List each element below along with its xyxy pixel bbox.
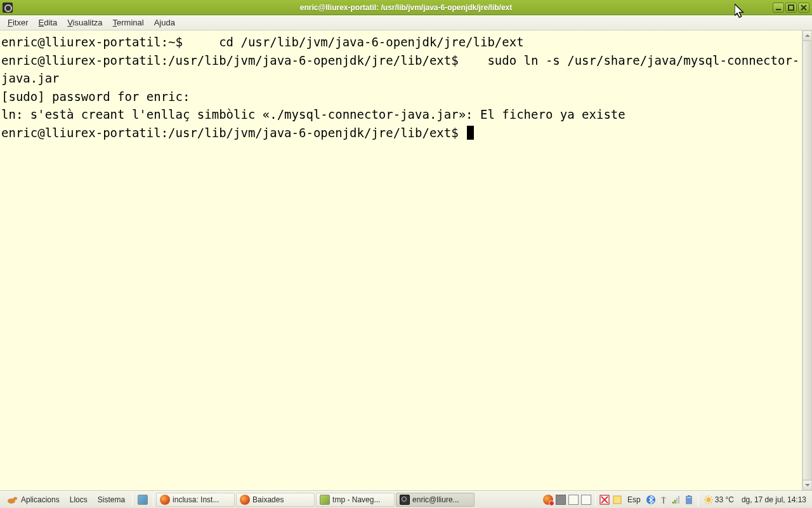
- window-titlebar[interactable]: enric@lliurex-portatil: /usr/lib/jvm/jav…: [0, 0, 812, 15]
- menu-ajuda[interactable]: Ajuda: [149, 17, 180, 29]
- vertical-scrollbar[interactable]: [802, 30, 812, 490]
- svg-rect-7: [663, 497, 664, 504]
- svg-rect-9: [674, 500, 676, 504]
- system-tray: Esp 33 °C dg, 17 de jul, 14:13: [543, 493, 809, 506]
- svg-point-3: [13, 497, 17, 500]
- svg-line-20: [705, 497, 707, 498]
- maximize-icon: [788, 4, 794, 11]
- svg-point-15: [706, 497, 710, 502]
- chevron-down-icon: [805, 483, 810, 488]
- firefox-icon: [160, 495, 170, 505]
- desktop-panel: Aplicacions Llocs Sistema inclusa: Inst.…: [0, 490, 812, 508]
- bluetooth-icon[interactable]: [646, 495, 656, 505]
- panel-separator: [698, 493, 698, 506]
- menu-visualitza[interactable]: Visualitza: [62, 17, 107, 29]
- taskbar-item-tmp[interactable]: tmp - Naveg...: [316, 493, 395, 507]
- minimize-button[interactable]: [773, 3, 784, 13]
- svg-line-21: [710, 502, 712, 503]
- svg-rect-1: [789, 5, 794, 10]
- weather-applet[interactable]: 33 °C: [702, 495, 736, 505]
- svg-rect-14: [687, 498, 691, 503]
- window-title: enric@lliurex-portatil: /usr/lib/jvm/jav…: [0, 3, 812, 12]
- terminal-icon: [400, 495, 410, 505]
- firefox-tray-icon[interactable]: [543, 495, 553, 505]
- menubar: Fitxer Edita Visualitza Terminal Ajuda: [0, 15, 812, 30]
- svg-rect-13: [688, 495, 690, 497]
- taskbar-item-terminal[interactable]: enric@lliure...: [396, 493, 475, 507]
- terminal-cursor: [467, 126, 474, 140]
- app-launcher-icon: [138, 495, 148, 505]
- scroll-down-button[interactable]: [802, 480, 812, 490]
- svg-rect-11: [678, 496, 679, 504]
- scroll-up-button[interactable]: [802, 30, 812, 41]
- panel-separator: [595, 493, 596, 506]
- workspace-2-icon[interactable]: [581, 495, 591, 505]
- network-icon[interactable]: [658, 495, 669, 505]
- maximize-button[interactable]: [785, 3, 797, 13]
- taskbar-item-baixades[interactable]: Baixades: [236, 493, 315, 507]
- close-icon: [801, 4, 807, 11]
- foot-logo-icon: [7, 495, 18, 504]
- scrollbar-thumb[interactable]: [802, 41, 812, 480]
- scrollbar-track[interactable]: [802, 41, 812, 480]
- terminal-viewport: enric@lliurex-portatil:~$ cd /usr/lib/jv…: [0, 30, 812, 490]
- places-menu[interactable]: Llocs: [65, 493, 92, 506]
- clock-applet[interactable]: dg, 17 de jul, 14:13: [738, 495, 809, 505]
- terminal-line: ln: s'està creant l'enllaç simbòlic «./m…: [1, 107, 625, 121]
- note-tray-icon[interactable]: [612, 495, 622, 505]
- terminal-line: enric@lliurex-portatil:~$ cd /usr/lib/jv…: [1, 35, 524, 49]
- chevron-up-icon: [805, 33, 810, 38]
- workspace-1-icon[interactable]: [568, 495, 579, 505]
- terminal-line: [sudo] password for enric:: [1, 90, 197, 104]
- terminal-line: enric@lliurex-portatil:/usr/lib/jvm/java…: [1, 53, 799, 86]
- wifi-signal-icon[interactable]: [671, 495, 681, 505]
- svg-line-23: [705, 502, 707, 503]
- update-error-icon[interactable]: [599, 495, 610, 505]
- svg-line-22: [710, 497, 712, 498]
- menu-terminal[interactable]: Terminal: [108, 17, 149, 29]
- panel-separator: [132, 493, 133, 506]
- system-menu[interactable]: Sistema: [93, 493, 129, 506]
- panel-separator: [153, 493, 154, 506]
- desktop-switcher-icon[interactable]: [556, 495, 566, 505]
- svg-rect-8: [672, 502, 674, 504]
- terminal-app-icon: [3, 3, 13, 13]
- menu-fitxer[interactable]: Fitxer: [3, 17, 34, 29]
- terminal-line: enric@lliurex-portatil:/usr/lib/jvm/java…: [1, 126, 466, 140]
- battery-icon[interactable]: [684, 495, 694, 505]
- close-button[interactable]: [798, 3, 809, 13]
- sun-icon: [704, 495, 713, 504]
- file-manager-icon: [320, 495, 330, 505]
- applications-menu[interactable]: Aplicacions: [3, 493, 64, 506]
- svg-rect-5: [613, 496, 621, 504]
- svg-rect-10: [676, 498, 678, 504]
- menu-edita[interactable]: Edita: [34, 17, 63, 29]
- launcher-icon[interactable]: [135, 493, 150, 507]
- minimize-icon: [775, 4, 782, 11]
- firefox-icon: [240, 495, 250, 505]
- window-controls: [773, 3, 809, 13]
- taskbar-item-inclusa[interactable]: inclusa: Inst...: [156, 493, 235, 507]
- keyboard-indicator[interactable]: Esp: [625, 495, 643, 505]
- svg-rect-0: [776, 9, 781, 10]
- terminal-output[interactable]: enric@lliurex-portatil:~$ cd /usr/lib/jv…: [0, 30, 802, 490]
